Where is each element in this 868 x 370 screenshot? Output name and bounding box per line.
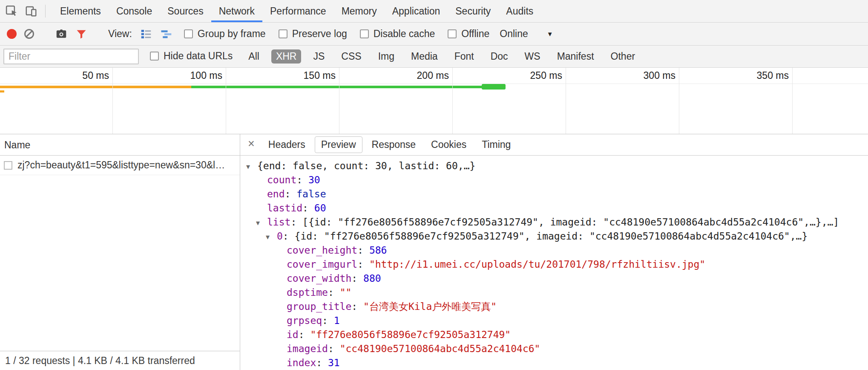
detail-tab-cookies[interactable]: Cookies [425,137,472,153]
detail-tab-headers[interactable]: Headers [262,137,311,153]
overview-tick-label: 250 ms [473,68,562,84]
filter-type-xhr[interactable]: XHR [271,49,302,64]
overview-gridline [452,68,453,134]
tree-seg-key: lastid [267,202,302,214]
tab-sources[interactable]: Sources [160,0,211,22]
device-toolbar-icon[interactable] [25,5,37,17]
tree-seg-key: 0 [277,231,283,242]
dropdown-arrow-icon[interactable]: ▼ [547,30,553,38]
filter-type-img[interactable]: Img [374,49,399,64]
tree-row[interactable]: lastid: 60 [240,201,868,215]
tab-console[interactable]: Console [109,0,160,22]
checkbox-group-by-frame-label: Group by frame [198,28,266,40]
tab-application[interactable]: Application [385,0,448,22]
tree-seg-plain: : {id: "ff276e8056f58896e7cf92505a312749… [283,231,808,242]
tree-seg-key: cover_width [287,273,351,284]
tabbar-icons [0,0,43,22]
tree-row[interactable]: grpseq: 1 [240,314,868,328]
tree-row[interactable]: ▼list: [{id: "ff276e8056f58896e7cf92505a… [240,215,868,229]
tree-row[interactable]: group_title: "台湾美女Kila户外唯美写真" [240,300,868,314]
tree-row[interactable]: ▼{end: false, count: 30, lastid: 60,…} [240,159,868,173]
checkbox-preserve-log-box[interactable] [279,29,287,38]
waterfall-bar-orange-small [0,90,4,92]
expander-icon[interactable]: ▼ [266,230,277,244]
tree-seg-num: 31 [328,357,340,368]
clear-icon[interactable] [24,29,34,39]
tree-seg-num: 880 [363,273,381,284]
overview-tick-label: 100 ms [133,68,222,84]
detail-tab-response[interactable]: Response [366,137,422,153]
tree-seg-key: id [287,329,299,340]
tree-row[interactable]: index: 31 [240,356,868,370]
filter-type-manifest[interactable]: Manifest [552,49,599,64]
tab-memory[interactable]: Memory [334,0,385,22]
waterfall-bar-orange [0,86,191,88]
screenshot-camera-icon[interactable] [55,28,68,40]
detail-tabs: HeadersPreviewResponseCookiesTiming [262,136,517,153]
checkbox-offline-box[interactable] [448,29,457,38]
tree-row[interactable]: id: "ff276e8056f58896e7cf92505a312749" [240,328,868,342]
name-column-header[interactable]: Name [0,134,240,156]
tree-row[interactable]: cover_width: 880 [240,272,868,286]
request-row[interactable]: zj?ch=beauty&t1=595&listtype=new&sn=30&l… [0,156,240,175]
overview-gridline [679,68,679,134]
tree-row[interactable]: dsptime: "" [240,286,868,300]
tree-row[interactable]: count: 30 [240,173,868,187]
filter-type-font[interactable]: Font [450,49,479,64]
close-detail-icon[interactable]: × [244,137,259,152]
tick-divider [0,84,868,84]
filter-input[interactable] [3,49,139,64]
filter-type-ws[interactable]: WS [520,49,545,64]
checkbox-group-by-frame-box[interactable] [184,29,193,38]
tab-network[interactable]: Network [211,0,262,22]
small-request-rows-icon[interactable] [140,28,152,40]
view-label: View: [108,28,132,40]
tree-row[interactable]: ▼0: {id: "ff276e8056f58896e7cf92505a3127… [240,229,868,243]
tree-seg-plain: {end: false, count: 30, lastid: 60,…} [257,160,475,171]
separator [45,5,46,17]
tree-row[interactable]: end: false [240,187,868,201]
overview-tick-label: 350 ms [699,68,789,84]
tree-seg-key: cover_height [287,245,357,256]
tree-seg-str: "ff276e8056f58896e7cf92505a312749" [310,329,511,340]
record-icon[interactable] [7,29,17,39]
detail-tab-timing[interactable]: Timing [476,137,517,153]
overview-waterfall-icon[interactable] [160,28,173,40]
expander-icon[interactable]: ▼ [246,160,257,174]
waterfall-bar-green [191,86,503,88]
checkbox-preserve-log[interactable]: Preserve log [279,28,347,40]
filter-type-css[interactable]: CSS [336,49,366,64]
checkbox-disable-cache-box[interactable] [360,29,369,38]
detail-tab-preview[interactable]: Preview [315,136,362,153]
filter-type-js[interactable]: JS [308,49,329,64]
main-tabs: ElementsConsoleSourcesNetworkPerformance… [52,0,541,22]
checkbox-hide-data-urls[interactable]: Hide data URLs [150,50,233,62]
checkbox-group-by-frame[interactable]: Group by frame [184,28,266,40]
tree-row[interactable]: cover_height: 586 [240,243,868,257]
filter-type-doc[interactable]: Doc [486,49,513,64]
filter-funnel-icon[interactable] [75,28,87,40]
throttling-select[interactable]: Online ▼ [500,28,553,40]
timeline-overview[interactable]: 50 ms100 ms150 ms200 ms250 ms300 ms350 m… [0,68,868,134]
checkbox-hide-data-urls-box[interactable] [150,52,159,61]
expander-icon[interactable]: ▼ [256,216,267,230]
tab-elements[interactable]: Elements [52,0,109,22]
checkbox-disable-cache[interactable]: Disable cache [360,28,435,40]
devtools-window: ElementsConsoleSourcesNetworkPerformance… [0,0,868,370]
tab-audits[interactable]: Audits [498,0,541,22]
preview-json-tree: ▼{end: false, count: 30, lastid: 60,…}co… [240,156,868,370]
checkbox-offline[interactable]: Offline [448,28,489,40]
tab-security[interactable]: Security [448,0,498,22]
filter-type-other[interactable]: Other [606,49,640,64]
overview-gridline [339,68,339,134]
filter-type-media[interactable]: Media [406,49,443,64]
inspect-element-icon[interactable] [5,5,18,17]
tree-row[interactable]: imageid: "cc48190e57100864abc4d55a2c4104… [240,342,868,356]
waterfall-bar-green-cap [482,84,506,90]
filter-type-all[interactable]: All [244,49,264,64]
tree-seg-str: "cc48190e57100864abc4d55a2c4104c6" [340,343,540,354]
checkbox-offline-label: Offline [461,28,489,40]
tree-row[interactable]: cover_imgurl: "http://i1.umei.cc/uploads… [240,257,868,272]
tree-seg-key: count [267,174,296,185]
tab-performance[interactable]: Performance [262,0,334,22]
